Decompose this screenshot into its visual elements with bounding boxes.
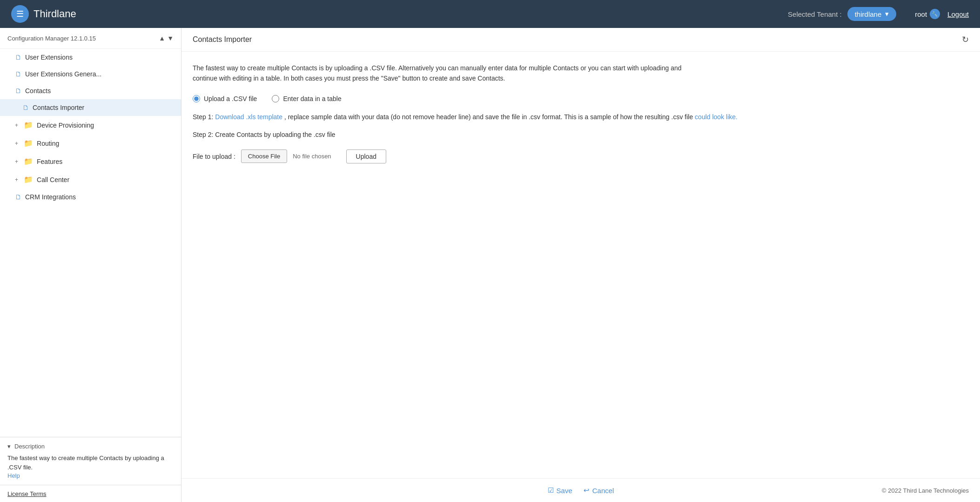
plus-icon: + <box>15 176 18 183</box>
tenant-label: Selected Tenant : <box>788 10 842 18</box>
step2-block: Step 2: Create Contacts by uploading the… <box>193 129 969 140</box>
content-footer: ☑ Save ↩ Cancel © 2022 Third Lane Techno… <box>181 478 980 502</box>
tenant-value: thirdlane <box>855 10 882 18</box>
radio-upload-csv-input[interactable] <box>193 95 200 102</box>
license-terms: License Terms <box>0 485 181 502</box>
radio-enter-table-label: Enter data in a table <box>283 95 341 102</box>
description-toggle[interactable]: ▾ Description <box>7 443 174 450</box>
sidebar-item-crm-integrations[interactable]: 🗋 CRM Integrations <box>0 189 181 205</box>
sidebar-description: ▾ Description The fastest way to create … <box>0 437 181 485</box>
sidebar-nav: 🗋 User Extensions 🗋 User Extensions Gene… <box>0 49 181 437</box>
chevron-down-icon: ▾ <box>885 10 889 18</box>
username: root <box>915 10 927 18</box>
save-label: Save <box>557 487 572 495</box>
sidebar-header: Configuration Manager 12.1.0.15 ▲ ▼ <box>0 28 181 49</box>
could-look-like-link[interactable]: could look like. <box>695 113 738 121</box>
radio-enter-table[interactable]: Enter data in a table <box>272 95 341 102</box>
file-upload-row: File to upload : Choose File No file cho… <box>193 149 969 163</box>
menu-icon[interactable]: ☰ <box>11 5 29 23</box>
sidebar-item-user-extensions-genera[interactable]: 🗋 User Extensions Genera... <box>0 66 181 82</box>
page-icon: 🗋 <box>15 70 21 78</box>
radio-group: Upload a .CSV file Enter data in a table <box>193 95 969 102</box>
arrow-up-icon[interactable]: ▲ <box>159 34 165 42</box>
radio-upload-csv[interactable]: Upload a .CSV file <box>193 95 257 102</box>
description-text: The fastest way to create multiple Conta… <box>7 454 174 472</box>
upload-button[interactable]: Upload <box>346 149 386 163</box>
plus-icon: + <box>15 140 18 147</box>
copyright: © 2022 Third Lane Technologies <box>882 487 969 494</box>
user-info: root 🔧 <box>915 9 940 19</box>
step1-text: , replace sample data with your data (do… <box>284 113 695 121</box>
page-icon: 🗋 <box>15 87 21 95</box>
sidebar-item-call-center[interactable]: + 📁 Call Center <box>0 170 181 189</box>
no-file-chosen: No file chosen <box>293 153 331 160</box>
download-template-link[interactable]: Download .xls template <box>215 113 282 121</box>
sidebar-item-label: Contacts <box>25 87 51 95</box>
arrow-down-icon[interactable]: ▼ <box>167 34 174 42</box>
step2-text: Step 2: Create Contacts by uploading the… <box>193 131 336 138</box>
sidebar-item-device-provisioning[interactable]: + 📁 Device Provisioning <box>0 116 181 134</box>
radio-upload-csv-label: Upload a .CSV file <box>204 95 257 102</box>
sidebar-item-user-extensions[interactable]: 🗋 User Extensions <box>0 49 181 66</box>
content-body: The fastest way to create multiple Conta… <box>181 52 980 478</box>
cancel-button[interactable]: ↩ Cancel <box>584 486 614 495</box>
main-layout: Configuration Manager 12.1.0.15 ▲ ▼ 🗋 Us… <box>0 28 980 502</box>
file-upload-label: File to upload : <box>193 153 235 160</box>
sidebar-item-label: User Extensions <box>25 54 73 61</box>
chevron-down-icon: ▾ <box>7 443 11 450</box>
content-description: The fastest way to create multiple Conta… <box>193 63 705 84</box>
description-label: Description <box>14 443 45 450</box>
config-manager-label: Configuration Manager 12.1.0.15 <box>7 35 96 42</box>
save-button[interactable]: ☑ Save <box>548 486 572 495</box>
sidebar-arrows: ▲ ▼ <box>159 34 174 42</box>
step1-block: Step 1: Download .xls template , replace… <box>193 112 969 122</box>
page-title: Contacts Importer <box>193 35 252 44</box>
page-icon: 🗋 <box>15 54 21 61</box>
help-link[interactable]: Help <box>7 472 20 479</box>
sidebar-item-label: Routing <box>37 140 59 147</box>
content-header: Contacts Importer ↻ <box>181 28 980 52</box>
sidebar-item-features[interactable]: + 📁 Features <box>0 152 181 170</box>
sidebar: Configuration Manager 12.1.0.15 ▲ ▼ 🗋 Us… <box>0 28 181 502</box>
refresh-icon[interactable]: ↻ <box>962 34 969 45</box>
folder-icon: 📁 <box>24 157 33 166</box>
sidebar-item-label: User Extensions Genera... <box>25 70 101 78</box>
tenant-dropdown[interactable]: thirdlane ▾ <box>847 7 897 21</box>
sidebar-item-routing[interactable]: + 📁 Routing <box>0 134 181 152</box>
header-right: root 🔧 Logout <box>915 9 969 19</box>
cancel-label: Cancel <box>592 487 614 495</box>
folder-icon: 📁 <box>24 139 33 148</box>
sidebar-item-label: Contacts Importer <box>33 104 84 111</box>
undo-icon: ↩ <box>584 486 590 495</box>
app-title: Thirdlane <box>34 8 76 20</box>
sidebar-item-label: CRM Integrations <box>25 193 76 201</box>
user-badge-icon: 🔧 <box>932 11 938 17</box>
content-area: Contacts Importer ↻ The fastest way to c… <box>181 28 980 502</box>
save-icon: ☑ <box>548 486 554 495</box>
footer-actions: ☑ Save ↩ Cancel <box>548 486 614 495</box>
sidebar-item-contacts-importer[interactable]: 🗋 Contacts Importer <box>0 99 181 116</box>
folder-icon: 📁 <box>24 175 33 184</box>
page-icon: 🗋 <box>22 104 29 111</box>
logout-link[interactable]: Logout <box>947 10 969 18</box>
tenant-selector: Selected Tenant : thirdlane ▾ <box>788 7 896 21</box>
choose-file-button[interactable]: Choose File <box>241 149 287 163</box>
radio-enter-table-input[interactable] <box>272 95 279 102</box>
sidebar-item-label: Features <box>37 158 62 165</box>
plus-icon: + <box>15 158 18 165</box>
sidebar-item-label: Device Provisioning <box>37 122 94 129</box>
page-icon: 🗋 <box>15 193 21 201</box>
plus-icon: + <box>15 122 18 129</box>
license-link[interactable]: License Terms <box>7 490 47 497</box>
header-logo: ☰ Thirdlane <box>11 5 788 23</box>
sidebar-item-contacts[interactable]: 🗋 Contacts <box>0 82 181 99</box>
header: ☰ Thirdlane Selected Tenant : thirdlane … <box>0 0 980 28</box>
step1-prefix: Step 1: <box>193 113 215 121</box>
sidebar-item-label: Call Center <box>37 176 69 183</box>
user-badge: 🔧 <box>930 9 940 19</box>
folder-icon: 📁 <box>24 121 33 129</box>
